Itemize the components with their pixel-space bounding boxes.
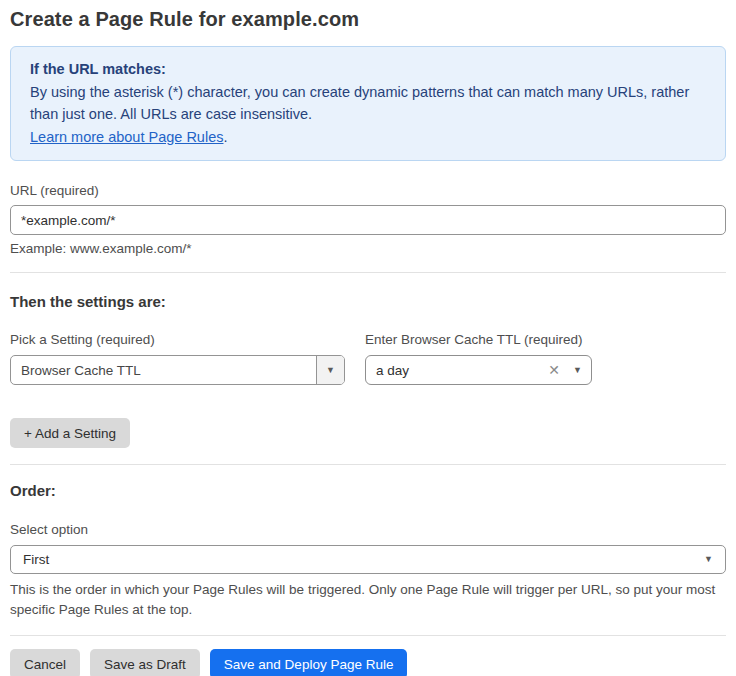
link-suffix: . [223, 129, 227, 145]
chevron-down-icon[interactable]: ▼ [573, 366, 582, 375]
setting-select-value: Browser Cache TTL [11, 356, 316, 384]
footer-actions: Cancel Save as Draft Save and Deploy Pag… [10, 649, 726, 676]
info-box-link-line: Learn more about Page Rules. [30, 126, 706, 149]
settings-section-heading: Then the settings are: [10, 293, 726, 310]
cancel-button[interactable]: Cancel [10, 649, 80, 676]
url-field-label: URL (required) [10, 183, 726, 198]
settings-row: Pick a Setting (required) Browser Cache … [10, 332, 726, 385]
section-divider [10, 464, 726, 465]
setting-select-arrow-button[interactable]: ▼ [316, 356, 344, 384]
clear-icon[interactable]: ✕ [548, 363, 560, 377]
url-helper-text: Example: www.example.com/* [10, 241, 726, 256]
ttl-select-group: Enter Browser Cache TTL (required) a day… [365, 332, 592, 385]
order-helper-text: This is the order in which your Page Rul… [10, 580, 726, 620]
setting-select[interactable]: Browser Cache TTL ▼ [10, 355, 345, 385]
add-setting-button[interactable]: + Add a Setting [10, 418, 130, 448]
save-as-draft-button[interactable]: Save as Draft [90, 649, 200, 676]
order-select-value: First [23, 552, 704, 567]
setting-select-label: Pick a Setting (required) [10, 332, 345, 347]
info-box-heading: If the URL matches: [30, 58, 706, 81]
create-page-rule-panel: Create a Page Rule for example.com If th… [0, 0, 736, 676]
url-match-info-box: If the URL matches: By using the asteris… [10, 46, 726, 161]
ttl-select-value: a day [376, 363, 548, 378]
footer-divider [10, 635, 726, 636]
ttl-select[interactable]: a day ✕ ▼ [365, 355, 592, 385]
page-title: Create a Page Rule for example.com [10, 8, 726, 31]
chevron-down-icon: ▼ [326, 366, 335, 375]
order-section-heading: Order: [10, 482, 726, 499]
setting-select-group: Pick a Setting (required) Browser Cache … [10, 332, 345, 385]
section-divider [10, 272, 726, 273]
info-box-body: By using the asterisk (*) character, you… [30, 81, 706, 126]
order-select[interactable]: First ▼ [10, 545, 726, 574]
save-and-deploy-button[interactable]: Save and Deploy Page Rule [210, 649, 408, 676]
url-input[interactable] [10, 205, 726, 235]
ttl-select-label: Enter Browser Cache TTL (required) [365, 332, 592, 347]
chevron-down-icon: ▼ [704, 555, 713, 564]
learn-more-link[interactable]: Learn more about Page Rules [30, 129, 223, 145]
order-select-label: Select option [10, 522, 726, 537]
